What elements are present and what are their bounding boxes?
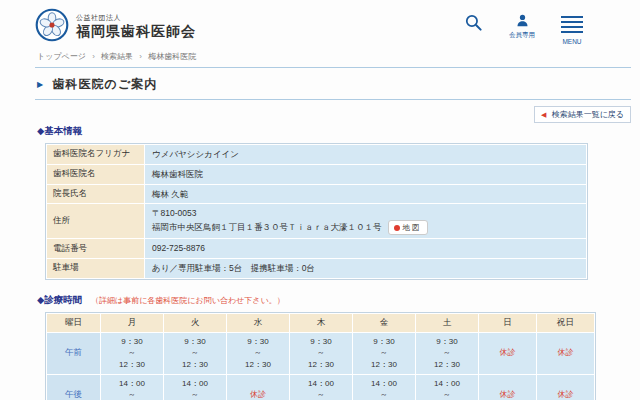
hours-cell: 9：30 ～ 12：30 — [416, 333, 478, 374]
table-row: 歯科医院名フリガナ ウメバヤシシカイイン — [47, 145, 586, 164]
field-label: 電話番号 — [47, 239, 144, 258]
hours-am-row: 午前 9：30 ～ 12：30 9：30 ～ 12：30 9：30 ～ 12：3… — [47, 333, 594, 374]
table-row: 院長氏名 梅林 久範 — [47, 185, 586, 204]
column-header: 祝日 — [537, 314, 594, 332]
hours-note: （詳細は事前に各歯科医院にお問い合わせ下さい。） — [91, 296, 285, 305]
back-arrow-icon: ◀ — [541, 111, 546, 118]
field-label: 住所 — [47, 204, 144, 238]
menu-button[interactable]: MENU — [561, 13, 583, 45]
address-text: 福岡市中央区鳥飼１丁目１番３０号Ｔｉａｒａ大濠１０１号 — [152, 221, 382, 234]
field-label: 院長氏名 — [47, 185, 144, 204]
breadcrumb-current: 梅林歯科医院 — [148, 52, 196, 61]
field-label: 歯科医院名 — [47, 165, 144, 184]
hours-cell: 休診 — [479, 333, 536, 374]
column-header: 火 — [164, 314, 226, 332]
hours-cell: 休診 — [537, 333, 594, 374]
person-icon — [515, 13, 530, 29]
search-button[interactable] — [464, 13, 483, 33]
hours-cell: 9：30 ～ 12：30 — [290, 333, 352, 374]
breadcrumb-separator: › — [92, 52, 95, 61]
hours-cell: 休診 — [227, 375, 289, 400]
brand[interactable]: 公益社団法人 福岡県歯科医師会 — [35, 8, 196, 46]
column-header: 曜日 — [47, 314, 100, 332]
hours-cell: 休診 — [537, 375, 594, 400]
hours-cell: 14：00 ～ 19：30 — [101, 375, 163, 400]
postal-code: 〒810-0053 — [152, 207, 579, 220]
hours-cell: 14：00 ～ 19：30 — [290, 375, 352, 400]
field-value: ウメバヤシシカイイン — [145, 145, 586, 164]
hours-cell: 14：00 ～ 18：00 — [416, 375, 478, 400]
column-header: 日 — [479, 314, 536, 332]
hours-heading-text: ◆診療時間 — [37, 294, 82, 305]
hours-cell: 9：30 ～ 12：30 — [353, 333, 415, 374]
hours-header-row: 曜日 月 火 水 木 金 土 日 祝日 — [47, 314, 594, 332]
menu-label: MENU — [562, 38, 581, 45]
members-only-button[interactable]: 会員専用 — [509, 13, 535, 40]
hours-cell: 14：00 ～ 19：30 — [353, 375, 415, 400]
title-arrow-icon: ▶ — [37, 80, 43, 89]
search-icon — [464, 13, 483, 33]
column-header: 金 — [353, 314, 415, 332]
org-type: 公益社団法人 — [76, 13, 196, 23]
field-value: あり／専用駐車場：5台 提携駐車場：0台 — [145, 259, 586, 278]
table-row: 電話番号 092-725-8876 — [47, 239, 586, 258]
org-titles: 公益社団法人 福岡県歯科医師会 — [76, 13, 196, 41]
page-title-bar: ▶ 歯科医院のご案内 — [35, 67, 631, 100]
page-title: 歯科医院のご案内 — [53, 77, 158, 91]
hours-cell: 14：00 ～ 19：30 — [164, 375, 226, 400]
column-header: 土 — [416, 314, 478, 332]
hours-heading: ◆診療時間 （詳細は事前に各歯科医院にお問い合わせ下さい。） — [37, 294, 631, 307]
hours-cell: 9：30 ～ 12：30 — [227, 333, 289, 374]
column-header: 水 — [227, 314, 289, 332]
site-header: 公益社団法人 福岡県歯科医師会 — [35, 0, 631, 48]
org-logo-icon — [35, 8, 69, 46]
field-value: 梅林歯科医院 — [145, 165, 586, 184]
back-link-label: 検索結果一覧に戻る — [552, 110, 624, 119]
field-value: 092-725-8876 — [145, 239, 586, 258]
table-row: 歯科医院名 梅林歯科医院 — [47, 165, 586, 184]
breadcrumb-search-results[interactable]: 検索結果 — [101, 52, 133, 61]
hours-pm-row: 午後 14：00 ～ 19：30 14：00 ～ 19：30 休診 14：00 … — [47, 375, 594, 400]
hours-cell: 9：30 ～ 12：30 — [164, 333, 226, 374]
members-only-label: 会員専用 — [509, 31, 535, 40]
page: 公益社団法人 福岡県歯科医師会 — [35, 0, 631, 400]
column-header: 木 — [290, 314, 352, 332]
back-link-row: ◀ 検索結果一覧に戻る — [35, 103, 631, 119]
map-pin-icon — [394, 225, 400, 231]
table-row: 駐車場 あり／専用駐車場：5台 提携駐車場：0台 — [47, 259, 586, 278]
hamburger-icon — [561, 13, 583, 36]
field-label: 駐車場 — [47, 259, 144, 278]
breadcrumb-separator: › — [139, 52, 142, 61]
back-to-results-link[interactable]: ◀ 検索結果一覧に戻る — [534, 106, 631, 123]
org-name: 福岡県歯科医師会 — [76, 23, 196, 41]
hours-row-label: 午前 — [47, 333, 100, 374]
field-value: 梅林 久範 — [145, 185, 586, 204]
map-button-label: 地図 — [403, 222, 422, 233]
map-button[interactable]: 地図 — [388, 220, 428, 235]
hours-table: 曜日 月 火 水 木 金 土 日 祝日 午前 9：30 ～ 12：30 9：30… — [45, 312, 596, 400]
hours-cell: 9：30 ～ 12：30 — [101, 333, 163, 374]
basic-info-heading: ◆基本情報 — [37, 125, 631, 138]
header-actions: 会員専用 MENU — [464, 9, 583, 45]
field-label: 歯科医院名フリガナ — [47, 145, 144, 164]
basic-info-table: 歯科医院名フリガナ ウメバヤシシカイイン 歯科医院名 梅林歯科医院 院長氏名 梅… — [45, 143, 588, 280]
column-header: 月 — [101, 314, 163, 332]
hours-row-label: 午後 — [47, 375, 100, 400]
breadcrumb-home[interactable]: トップページ — [37, 52, 86, 61]
table-row: 住所 〒810-0053 福岡市中央区鳥飼１丁目１番３０号Ｔｉａｒａ大濠１０１号… — [47, 204, 586, 238]
field-value: 〒810-0053 福岡市中央区鳥飼１丁目１番３０号Ｔｉａｒａ大濠１０１号 地図 — [145, 204, 586, 238]
breadcrumb: トップページ › 検索結果 › 梅林歯科医院 — [37, 51, 631, 62]
hours-cell: 休診 — [479, 375, 536, 400]
